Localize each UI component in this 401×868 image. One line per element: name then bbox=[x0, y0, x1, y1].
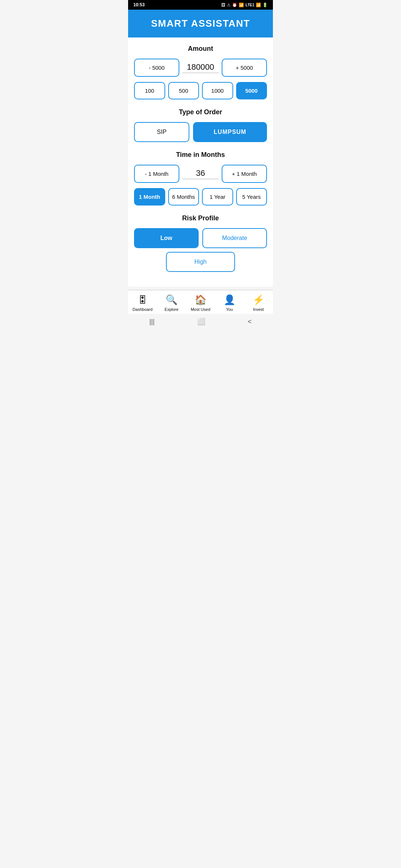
app-title: SMART ASSISTANT bbox=[134, 18, 267, 29]
time-value: 36 bbox=[182, 168, 219, 179]
quick-amount-buttons: 100 500 1000 5000 bbox=[134, 82, 267, 99]
most-used-icon: 🏠 bbox=[195, 294, 206, 306]
sip-button[interactable]: SIP bbox=[134, 122, 189, 142]
nav-item-most-used[interactable]: 🏠 Most Used bbox=[186, 294, 215, 312]
time-label: Time in Months bbox=[134, 151, 267, 159]
order-type-label: Type of Order bbox=[134, 108, 267, 116]
amount-label: Amount bbox=[134, 45, 267, 53]
warning-icon: ⚠ bbox=[227, 3, 231, 7]
increase-time-button[interactable]: + 1 Month bbox=[222, 165, 267, 183]
invest-icon: ⚡ bbox=[252, 294, 264, 306]
alarm-icon: ⏰ bbox=[232, 3, 237, 7]
lumpsum-button[interactable]: LUMPSUM bbox=[193, 122, 267, 142]
quick-amount-5000[interactable]: 5000 bbox=[236, 82, 267, 99]
risk-row-2: High bbox=[134, 252, 267, 272]
quick-time-buttons: 1 Month 6 Months 1 Year 5 Years bbox=[134, 188, 267, 206]
quick-time-1month[interactable]: 1 Month bbox=[134, 188, 165, 206]
nav-item-you[interactable]: 👤 You bbox=[215, 294, 244, 312]
bottom-nav: 🎛 Dashboard 🔍 Explore 🏠 Most Used 👤 You … bbox=[128, 290, 273, 314]
main-content: Amount - 5000 180000 + 5000 100 500 1000… bbox=[128, 37, 273, 287]
risk-profile-section: Risk Profile Low Moderate High bbox=[134, 214, 267, 272]
risk-row-1: Low Moderate bbox=[134, 228, 267, 248]
amount-row: - 5000 180000 + 5000 bbox=[134, 59, 267, 77]
dashboard-label: Dashboard bbox=[133, 307, 153, 312]
quick-amount-100[interactable]: 100 bbox=[134, 82, 165, 99]
lte-icon: LTE1 bbox=[245, 3, 254, 7]
quick-time-5years[interactable]: 5 Years bbox=[236, 188, 267, 206]
status-bar: 10:53 🖼 ⚠ ⏰ 📶 LTE1 📶 🔋 bbox=[128, 0, 273, 10]
decrease-time-button[interactable]: - 1 Month bbox=[134, 165, 179, 183]
most-used-label: Most Used bbox=[191, 307, 211, 312]
system-bar: ||| ⬜ < bbox=[128, 314, 273, 331]
explore-label: Explore bbox=[164, 307, 178, 312]
invest-label: Invest bbox=[253, 307, 264, 312]
status-time: 10:53 bbox=[133, 2, 145, 7]
risk-low-button[interactable]: Low bbox=[134, 228, 199, 248]
quick-amount-500[interactable]: 500 bbox=[168, 82, 199, 99]
amount-section: Amount - 5000 180000 + 5000 100 500 1000… bbox=[134, 45, 267, 99]
signal-icon: 📶 bbox=[256, 3, 261, 7]
nav-item-invest[interactable]: ⚡ Invest bbox=[244, 294, 273, 312]
quick-time-1year[interactable]: 1 Year bbox=[202, 188, 233, 206]
quick-time-6months[interactable]: 6 Months bbox=[168, 188, 199, 206]
increase-amount-button[interactable]: + 5000 bbox=[222, 59, 267, 77]
system-menu-button[interactable]: ||| bbox=[149, 318, 154, 326]
order-type-row: SIP LUMPSUM bbox=[134, 122, 267, 142]
app-header: SMART ASSISTANT bbox=[128, 10, 273, 37]
risk-high-button[interactable]: High bbox=[166, 252, 235, 272]
status-icons: 🖼 ⚠ ⏰ 📶 LTE1 📶 🔋 bbox=[221, 3, 268, 7]
order-type-section: Type of Order SIP LUMPSUM bbox=[134, 108, 267, 142]
risk-moderate-button[interactable]: Moderate bbox=[202, 228, 267, 248]
system-home-button[interactable]: ⬜ bbox=[197, 318, 205, 326]
decrease-amount-button[interactable]: - 5000 bbox=[134, 59, 179, 77]
nav-item-dashboard[interactable]: 🎛 Dashboard bbox=[128, 294, 157, 312]
nav-item-explore[interactable]: 🔍 Explore bbox=[157, 294, 186, 312]
you-icon: 👤 bbox=[224, 294, 235, 306]
system-back-button[interactable]: < bbox=[248, 318, 252, 326]
you-label: You bbox=[226, 307, 233, 312]
amount-value: 180000 bbox=[182, 62, 219, 73]
time-section: Time in Months - 1 Month 36 + 1 Month 1 … bbox=[134, 151, 267, 206]
explore-icon: 🔍 bbox=[166, 294, 177, 306]
photo-icon: 🖼 bbox=[221, 3, 225, 7]
risk-label: Risk Profile bbox=[134, 214, 267, 222]
wifi-icon: 📶 bbox=[239, 3, 244, 7]
quick-amount-1000[interactable]: 1000 bbox=[202, 82, 233, 99]
time-row: - 1 Month 36 + 1 Month bbox=[134, 165, 267, 183]
dashboard-icon: 🎛 bbox=[138, 294, 147, 306]
battery-icon: 🔋 bbox=[263, 3, 268, 7]
